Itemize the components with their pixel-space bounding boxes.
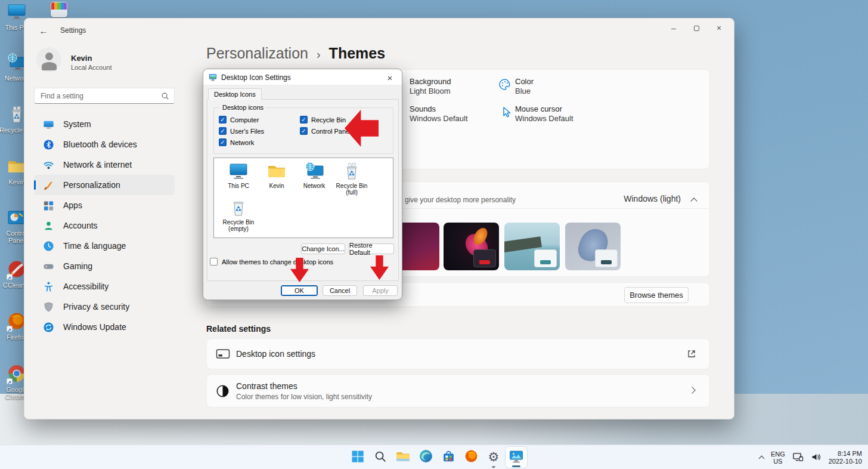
search-icon[interactable] — [161, 92, 169, 103]
taskbar: ⚙ ENG US 8:14 PM 2022-10-10 — [0, 445, 868, 469]
change-icon-button[interactable]: Change Icon... — [301, 243, 345, 254]
sidebar-item-label: Apps — [63, 200, 82, 210]
breadcrumb: Personalization › Themes — [206, 45, 385, 62]
theme-mini-window — [534, 249, 557, 267]
sidebar-item-apps[interactable]: Apps — [34, 195, 175, 215]
ok-button[interactable]: OK — [281, 285, 318, 296]
list-icon-this-pc[interactable]: This PC — [221, 161, 256, 189]
tray-chevron-up-icon[interactable] — [758, 455, 764, 461]
theme-mini-window — [595, 249, 618, 267]
browse-themes-button[interactable]: Browse themes — [624, 287, 689, 303]
related-settings-header: Related settings — [206, 324, 271, 334]
row-subtitle: Color themes for low vision, light sensi… — [236, 393, 372, 401]
restore-default-button[interactable]: Restore Default — [349, 243, 394, 254]
language-line2: US — [771, 458, 785, 465]
theme-thumbnail-3[interactable] — [504, 223, 560, 270]
desktop-shortcut-icon[interactable] — [51, 2, 67, 17]
language-indicator[interactable]: ENG US — [771, 451, 785, 465]
theme-thumbnail-2[interactable] — [444, 223, 499, 270]
sidebar-item-accessibility[interactable]: Accessibility — [34, 276, 175, 297]
search-input[interactable] — [41, 89, 157, 103]
sidebar-item-label: Windows Update — [63, 322, 126, 332]
list-icon-network[interactable]: Network — [297, 161, 331, 189]
tab-label: Desktop Icons — [214, 91, 256, 98]
icon-preview-list[interactable]: This PC Kevin Network — [213, 158, 393, 238]
cancel-button[interactable]: Cancel — [323, 285, 357, 296]
firefox-button[interactable] — [460, 446, 482, 468]
checkbox-checked-icon: ✓ — [300, 116, 308, 124]
prop-value: Windows Default — [410, 114, 468, 124]
checkbox-users-files[interactable]: ✓ User's Files — [219, 127, 264, 135]
system-tray: ENG US 8:14 PM 2022-10-10 — [760, 445, 862, 469]
checkbox-recycle-bin[interactable]: ✓ Recycle Bin — [300, 116, 346, 124]
sidebar-item-system[interactable]: System — [34, 114, 175, 134]
search-box — [34, 88, 175, 104]
volume-icon[interactable] — [811, 452, 822, 464]
network-tray-icon[interactable] — [792, 452, 804, 464]
display-window-icon — [509, 449, 524, 466]
allow-themes-checkbox[interactable]: Allow themes to change desktop icons — [210, 258, 333, 266]
network-icon — [304, 161, 324, 181]
firefox-icon — [464, 449, 479, 466]
chevron-up-icon[interactable] — [690, 198, 697, 204]
microsoft-store-button[interactable] — [437, 446, 460, 468]
sidebar-item-label: Personalization — [63, 180, 120, 190]
checkbox-network[interactable]: ✓ Network — [219, 138, 254, 146]
button-label: OK — [294, 287, 304, 294]
sidebar-nav: System Bluetooth & devices Network & int… — [34, 114, 175, 337]
file-explorer-button[interactable] — [392, 446, 414, 468]
list-icon-recycle-bin-full[interactable]: Recycle Bin (full) — [334, 161, 369, 196]
theme-caption: give your desktop more personality — [405, 196, 516, 204]
list-icon-label: Kevin — [259, 183, 294, 189]
theme-thumbnail-4[interactable] — [565, 223, 621, 270]
button-label: Restore Default — [349, 242, 393, 256]
sidebar-item-accounts[interactable]: Accounts — [34, 215, 175, 236]
sidebar-item-personalization[interactable]: Personalization — [34, 175, 175, 195]
list-icon-kevin[interactable]: Kevin — [259, 161, 294, 189]
sidebar-item-windows-update[interactable]: Windows Update — [34, 317, 175, 337]
check-icon: ✓ — [301, 116, 306, 123]
sidebar-item-time-language[interactable]: Time & language — [34, 236, 175, 256]
edge-button[interactable] — [414, 446, 437, 468]
prop-value: Windows Default — [515, 114, 574, 124]
sidebar-item-gaming[interactable]: Gaming — [34, 256, 175, 276]
settings-gear-button[interactable]: ⚙ — [482, 446, 505, 468]
start-button[interactable] — [346, 446, 369, 468]
sidebar-item-privacy-security[interactable]: Privacy & security — [34, 297, 175, 317]
close-button[interactable]: × — [708, 21, 730, 35]
check-icon: ✓ — [220, 116, 225, 123]
desktop-icon-settings-row[interactable]: Desktop icon settings — [206, 338, 710, 369]
sidebar-item-network-internet[interactable]: Network & internet — [34, 155, 175, 175]
shortcut-arrow-badge — [7, 378, 13, 384]
tab-desktop-icons[interactable]: Desktop Icons — [208, 88, 262, 100]
list-icon-recycle-bin-empty[interactable]: Recycle Bin (empty) — [221, 198, 256, 232]
recycle-bin-empty-icon — [228, 198, 249, 218]
group-label: Desktop icons — [220, 104, 266, 111]
check-icon: ✓ — [220, 139, 225, 146]
mini-accent — [479, 260, 490, 264]
maximize-button[interactable] — [685, 21, 708, 35]
checkbox-computer[interactable]: ✓ Computer — [219, 116, 259, 124]
sidebar-item-bluetooth-devices[interactable]: Bluetooth & devices — [34, 134, 175, 155]
back-button[interactable]: ← — [35, 23, 52, 38]
checkbox-control-panel[interactable]: ✓ Control Panel — [300, 127, 351, 135]
breadcrumb-parent[interactable]: Personalization — [206, 45, 308, 62]
avatar[interactable] — [36, 47, 61, 72]
close-icon: × — [388, 73, 393, 83]
clock[interactable]: 8:14 PM 2022-10-10 — [829, 450, 862, 465]
list-icon-label: Recycle Bin (full) — [334, 183, 369, 196]
sidebar-item-label: Network & internet — [63, 160, 132, 169]
avatar-body — [42, 62, 57, 70]
checkbox-label: Recycle Bin — [311, 116, 346, 124]
contrast-themes-row[interactable]: Contrast themes Color themes for low vis… — [206, 374, 710, 408]
dialog-close-button[interactable]: × — [384, 72, 396, 84]
taskbar-search-button[interactable] — [369, 446, 392, 468]
chevron-right-icon — [689, 387, 695, 393]
active-app-button[interactable] — [505, 446, 528, 468]
sidebar-item-label: Time & language — [63, 241, 126, 251]
dialog-app-icon — [209, 73, 218, 83]
system-icon — [42, 118, 54, 130]
minimize-button[interactable]: – — [662, 21, 685, 35]
apply-button[interactable]: Apply — [363, 285, 398, 296]
checkbox-checked-icon: ✓ — [219, 138, 227, 146]
